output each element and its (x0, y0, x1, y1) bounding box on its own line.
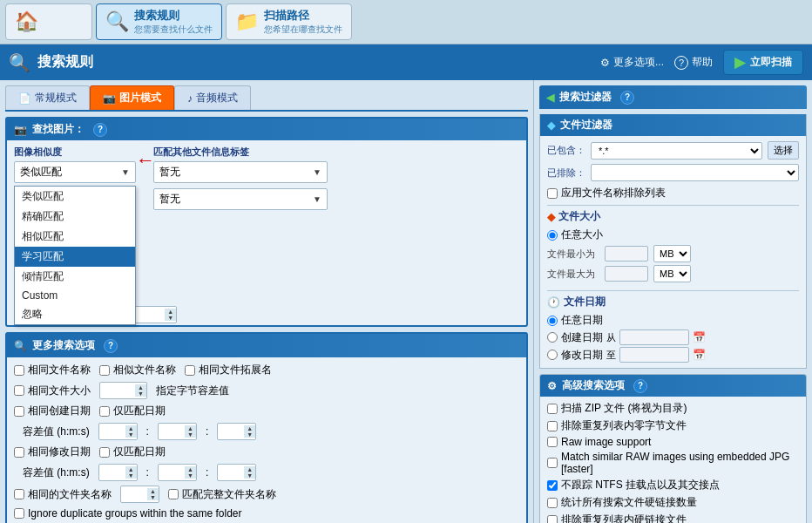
diff-down-2b[interactable]: ▼ (185, 472, 196, 479)
dropdown-item-4[interactable]: 倾情匹配 (15, 267, 135, 287)
adv-check-2[interactable]: 排除重复列表内零字节文件 (547, 418, 687, 433)
any-date-radio[interactable]: 任意日期 (547, 313, 603, 328)
diff-input-1a[interactable]: 0 (99, 424, 125, 439)
diff-up-1a[interactable]: ▲ (125, 425, 137, 431)
modify-date-radio[interactable]: 修改日期 (547, 348, 603, 363)
diff-up-2c[interactable]: ▲ (244, 466, 255, 472)
apply-list-input[interactable] (547, 188, 558, 199)
dropdown-item-2[interactable]: 相似匹配 (15, 227, 135, 247)
diff-input-1b[interactable]: 0 (159, 424, 185, 439)
adv-input-6[interactable] (547, 498, 558, 508)
max-unit-select[interactable]: MB (653, 265, 691, 282)
diff-input-1c[interactable]: 0 (218, 424, 244, 439)
include-select[interactable]: *.* (591, 142, 762, 160)
diff-input-2b[interactable]: 0 (159, 465, 185, 480)
dropdown-item-5[interactable]: Custom (15, 287, 135, 304)
similarity-select[interactable]: 类似匹配 ▼ (14, 161, 136, 183)
adv-check-6[interactable]: 统计所有搜索文件硬链接数量 (547, 495, 697, 510)
diff-spinbox-1a[interactable]: 0 ▲ ▼ (98, 423, 138, 440)
same-create-input[interactable] (14, 406, 24, 417)
modify-date-field[interactable]: 2021/ 6/ 8 (619, 347, 689, 363)
adv-help-badge[interactable]: ? (633, 379, 647, 393)
max-diff-spinbox[interactable]: 1 ▲ ▼ (129, 306, 177, 323)
same-ext-input[interactable] (185, 365, 195, 376)
spin-up-btn[interactable]: ▲ (165, 309, 176, 315)
match-date-only2-input[interactable] (99, 447, 110, 458)
match-select-1[interactable]: 暂无 ▼ (153, 161, 328, 183)
diff-down-1b[interactable]: ▼ (185, 431, 196, 438)
diff-up-2a[interactable]: ▲ (125, 466, 137, 472)
similarity-dropdown[interactable]: 类似匹配 精确匹配 相似匹配 学习匹配 倾情匹配 Custom 忽略 (14, 186, 136, 325)
similar-name-input[interactable] (99, 365, 110, 376)
create-date-input[interactable] (547, 332, 558, 343)
similar-name-check[interactable]: 相似文件名称 (99, 363, 176, 377)
search-filter-help[interactable]: ? (620, 91, 634, 105)
folder-spin-up[interactable]: ▲ (147, 488, 159, 494)
apply-list-check[interactable]: 应用文件名称排除列表 (547, 186, 666, 200)
exclude-select[interactable] (591, 164, 799, 181)
size-spin-down[interactable]: ▼ (135, 391, 146, 397)
folder-spinbox[interactable]: 1 ▲ ▼ (120, 486, 159, 503)
spin-down-btn[interactable]: ▼ (165, 315, 176, 321)
dropdown-item-6[interactable]: 忽略 (15, 304, 135, 324)
diff-down-1a[interactable]: ▼ (125, 431, 137, 438)
same-folder-input[interactable] (14, 489, 24, 499)
select-button[interactable]: 选择 (768, 141, 799, 160)
same-modify-check[interactable]: 相同修改日期 (14, 445, 91, 459)
folder-spin-down[interactable]: ▼ (147, 494, 159, 500)
adv-check-1[interactable]: 扫描 ZIP 文件 (将视为目录) (547, 401, 687, 416)
adv-input-2[interactable] (547, 421, 558, 431)
create-date-field[interactable]: 2021/ 6/ 8 (619, 329, 689, 345)
adv-input-4[interactable] (547, 458, 558, 468)
adv-input-7[interactable] (547, 515, 558, 524)
diff-down-1c[interactable]: ▼ (244, 431, 255, 438)
folder-input[interactable]: 1 (121, 486, 147, 502)
more-options-button[interactable]: ⚙ 更多选项... (600, 55, 664, 70)
diff-input-2c[interactable]: 0 (218, 465, 244, 480)
date-cal-icon-2[interactable]: 📅 (693, 349, 706, 361)
same-ext-check[interactable]: 相同文件拓展名 (185, 363, 272, 377)
adv-input-3[interactable] (547, 437, 558, 447)
any-date-input[interactable] (547, 316, 558, 326)
dropdown-item-1[interactable]: 精确匹配 (15, 207, 135, 227)
adv-check-4[interactable]: Match similar RAW images using embedded … (547, 451, 799, 475)
ignore-dup-input[interactable] (14, 508, 24, 519)
dropdown-item-0[interactable]: 类似匹配 (15, 187, 135, 207)
match-date-only-input[interactable] (99, 406, 110, 417)
diff-spinbox-2c[interactable]: 0 ▲ ▼ (217, 464, 256, 481)
tab-image[interactable]: 📷 图片模式 (90, 85, 174, 110)
max-size-input[interactable]: 100 (605, 266, 648, 282)
home-button[interactable]: 🏠 (5, 3, 92, 40)
adv-check-5[interactable]: 不跟踪 NTFS 挂载点以及其交接点 (547, 478, 720, 492)
same-size-input[interactable] (14, 385, 24, 396)
modify-date-input[interactable] (547, 350, 558, 360)
tab-audio[interactable]: ♪ 音频模式 (174, 85, 251, 110)
diff-down-2a[interactable]: ▼ (125, 472, 137, 479)
adv-input-1[interactable] (547, 404, 558, 414)
dropdown-item-3[interactable]: 学习匹配 (15, 247, 135, 267)
any-size-input[interactable] (547, 230, 558, 241)
create-date-radio[interactable]: 创建日期 (547, 330, 603, 345)
match-full-folder-input[interactable] (168, 489, 179, 499)
adv-check-3[interactable]: Raw image support (547, 436, 651, 448)
diff-up-1c[interactable]: ▲ (244, 425, 255, 431)
match-date-only2-check[interactable]: 仅匹配日期 (99, 445, 166, 459)
diff-up-1b[interactable]: ▲ (185, 425, 196, 431)
size-input[interactable]: 0 (100, 383, 135, 398)
size-spin-up[interactable]: ▲ (135, 384, 146, 391)
query-help-badge[interactable]: ? (93, 123, 107, 137)
tab-normal[interactable]: 📄 常规模式 (5, 85, 90, 110)
same-create-check[interactable]: 相同创建日期 (14, 404, 91, 418)
diff-spinbox-2a[interactable]: 0 ▲ ▼ (98, 464, 138, 481)
same-folder-check[interactable]: 相同的文件夹名称 (14, 487, 112, 502)
more-options-help[interactable]: ? (104, 339, 118, 353)
diff-spinbox-1c[interactable]: 0 ▲ ▼ (217, 423, 256, 440)
help-button[interactable]: ? 帮助 (674, 55, 713, 70)
match-full-folder-check[interactable]: 匹配完整文件夹名称 (168, 487, 276, 502)
scan-path-button[interactable]: 📁 扫描路径 您希望在哪查找文件 (226, 3, 352, 40)
same-modify-input[interactable] (14, 447, 24, 458)
adv-check-7[interactable]: 排除重复列表内硬链接文件 (547, 513, 687, 523)
diff-spinbox-1b[interactable]: 0 ▲ ▼ (158, 423, 197, 440)
ignore-dup-check[interactable]: Ignore duplicate groups within the same … (14, 507, 241, 520)
same-name-input[interactable] (14, 365, 24, 376)
